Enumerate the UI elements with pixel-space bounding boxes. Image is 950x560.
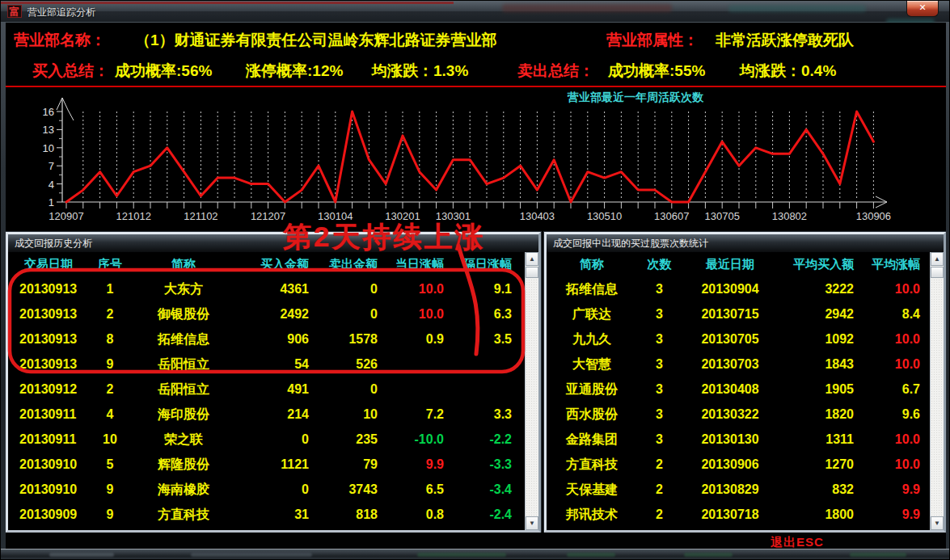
table-cell (452, 352, 520, 377)
table-header-row: 简称次数最近日期平均买入额平均涨幅 (547, 252, 930, 276)
table-row[interactable]: 201309139岳阳恒立54526 (8, 352, 525, 377)
table-row[interactable]: 201309132御银股份2492010.06.3 (8, 301, 525, 326)
stock-count-panel: 成交回报中出现的买过股票次数统计 简称次数最近日期平均买入额平均涨幅 拓维信息3… (544, 232, 946, 533)
table-row[interactable]: 201309099方直科技318180.8-2.4 (8, 502, 525, 527)
table-cell: 20130130 (682, 427, 779, 452)
table-row[interactable]: 天保基建2201308298329.9 (547, 477, 930, 502)
table-cell: 10.0 (862, 427, 928, 452)
table-cell: 3.5 (452, 326, 520, 352)
table-row[interactable]: 201309138拓维信息90615780.93.5 (8, 326, 525, 352)
table-cell: 大东方 (131, 276, 236, 301)
scroll-down-button[interactable]: ▼ (526, 516, 538, 530)
table-cell: 2 (89, 377, 131, 402)
table-cell: 20130715 (682, 301, 779, 326)
background-artifact (49, 553, 114, 557)
vertical-scrollbar[interactable]: ▲ ▼ (525, 252, 538, 530)
table-cell: 20130912 (8, 377, 89, 402)
table-cell: 1270 (779, 452, 862, 477)
table-cell: 9.9 (386, 452, 452, 477)
title-bar: 富 营业部追踪分析 ✕ (1, 1, 949, 23)
svg-text:130510: 130510 (587, 210, 622, 222)
table-cell: 1843 (779, 352, 862, 377)
table-cell: 10.0 (862, 352, 928, 377)
sell-avg-change: 均涨跌：0.4% (740, 61, 836, 82)
table-cell: 1121 (236, 452, 317, 477)
buy-summary-label: 买入总结： (32, 61, 109, 82)
table-row[interactable]: 拓维信息320130904322210.0 (547, 276, 930, 301)
background-artifact (567, 553, 615, 557)
scrollbar-thumb[interactable] (931, 267, 944, 278)
table-row[interactable]: 九九久320130705109210.0 (547, 326, 930, 352)
table-cell: 3.3 (452, 402, 520, 427)
column-header: 简称 (547, 252, 637, 276)
table-row[interactable]: 广联达32013071529428.4 (547, 301, 930, 326)
table-row[interactable]: 邦讯技术22013071818009.9 (547, 502, 930, 527)
table-cell: 3 (637, 326, 682, 352)
scroll-up-button[interactable]: ▲ (931, 252, 944, 266)
table-row[interactable]: 2013091110荣之联0235-10.0-2.2 (8, 427, 525, 452)
table-cell: 3 (637, 427, 682, 452)
svg-text:4: 4 (49, 179, 54, 191)
table-row[interactable]: 201309105辉隆股份1121799.9-3.3 (8, 452, 525, 477)
table-row[interactable]: 201309131大东方4361010.09.1 (8, 276, 525, 301)
table-cell: 10.0 (862, 452, 928, 477)
table-cell: 5 (89, 452, 131, 477)
trade-history-panel: 成交回报历史分析 交易日期序号简称买入金额卖出金额当日涨幅隔日涨幅 201309… (6, 232, 541, 533)
column-header: 隔日涨幅 (452, 252, 520, 276)
table-cell: 20130705 (682, 326, 779, 352)
table-cell (386, 352, 452, 377)
table-cell: 荣之联 (131, 427, 236, 452)
table-cell: -10.0 (386, 427, 452, 452)
scroll-up-button[interactable]: ▲ (526, 252, 538, 266)
table-cell: 辉隆股份 (131, 452, 236, 477)
table-cell: 3 (637, 352, 682, 377)
svg-text:13: 13 (43, 124, 54, 136)
table-cell: 天保基建 (547, 477, 637, 502)
line-chart-svg: 1471013161209071210121211021212071301041… (6, 88, 946, 230)
dept-attr-label: 营业部属性： (606, 30, 699, 51)
table-row[interactable]: 201309122岳阳恒立4910 (8, 377, 525, 402)
scrollbar-thumb[interactable] (526, 267, 538, 278)
table-cell: -3.4 (452, 477, 520, 502)
vertical-scrollbar[interactable]: ▲ ▼ (930, 252, 944, 530)
scroll-down-button[interactable]: ▼ (931, 516, 944, 530)
table-cell: 海南橡胶 (131, 477, 236, 502)
table-cell: 20130718 (682, 502, 779, 527)
table-cell: 4361 (236, 276, 317, 301)
table-cell: 0 (317, 276, 386, 301)
table-cell: 3222 (779, 276, 862, 301)
svg-text:121012: 121012 (116, 210, 151, 222)
table-cell: 9.9 (862, 477, 928, 502)
table-cell: 方直科技 (547, 452, 637, 477)
table-cell: 10.0 (386, 301, 452, 326)
table-cell: 20130910 (8, 477, 89, 502)
table-cell: 818 (317, 502, 386, 527)
table-cell: 526 (317, 352, 386, 377)
table-row[interactable]: 方直科技220130906127010.0 (547, 452, 930, 477)
table-cell: 2 (637, 477, 682, 502)
table-cell: 拓维信息 (547, 276, 637, 301)
sell-success-rate: 成功概率:55% (608, 61, 705, 82)
table-cell: 9.1 (452, 276, 520, 301)
column-header: 最近日期 (682, 252, 779, 276)
table-cell: 0 (236, 427, 317, 452)
table-row[interactable]: 201309109海南橡胶037436.5-3.4 (8, 477, 525, 502)
table-cell: 御银股份 (131, 301, 236, 326)
table-cell: 3 (637, 276, 682, 301)
table-row[interactable]: 西水股份32013032218209.6 (547, 402, 930, 427)
column-header: 卖出金额 (317, 252, 386, 276)
close-button[interactable]: ✕ (906, 1, 939, 17)
table-cell: 20130829 (682, 477, 779, 502)
svg-text:16: 16 (43, 106, 54, 118)
table-row[interactable]: 大智慧320130703184310.0 (547, 352, 930, 377)
table-cell: 235 (317, 427, 386, 452)
table-cell: 1578 (317, 326, 386, 352)
table-cell: -3.3 (452, 452, 520, 477)
table-row[interactable]: 亚通股份32013040819056.7 (547, 377, 930, 402)
table-cell: 9.6 (862, 402, 928, 427)
table-row[interactable]: 201309114海印股份214107.23.3 (8, 402, 525, 427)
column-header: 当日涨幅 (386, 252, 452, 276)
table-row[interactable]: 金路集团320130130131110.0 (547, 427, 930, 452)
red-separator (6, 86, 946, 87)
table-cell: 2492 (236, 301, 317, 326)
